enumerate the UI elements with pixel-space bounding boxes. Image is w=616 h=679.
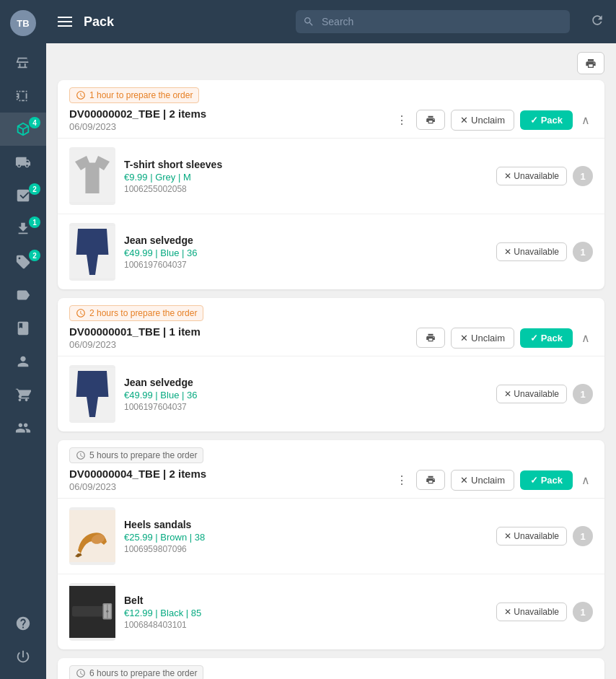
catalog-icon <box>15 320 31 336</box>
product-name-jeans2: Jean selvedge <box>124 377 488 388</box>
clock-icon-2 <box>76 308 86 318</box>
sidebar-item-pack[interactable]: 4 <box>0 113 46 146</box>
order-title-row-1: DV00000002_TBE | 2 items 06/09/2023 ⋮ ✕ … <box>69 108 593 132</box>
product-actions-heels: ✕ Unavailable 1 <box>496 526 593 546</box>
collapse-button-3[interactable]: ∧ <box>578 470 593 490</box>
qty-badge-jeans2: 1 <box>573 384 593 404</box>
order-date-2: 06/09/2023 <box>69 339 416 350</box>
jeans-svg <box>69 223 115 281</box>
sidebar-item-cart[interactable] <box>0 378 46 411</box>
print-button-2[interactable] <box>416 328 445 348</box>
product-attrs-belt: €12.99 | Black | 85 <box>124 608 488 618</box>
pack-badge: 4 <box>29 117 40 128</box>
sidebar-item-power[interactable] <box>0 640 46 673</box>
clock-icon <box>76 90 86 100</box>
time-badge-2: 2 hours to prepare the order <box>69 305 203 321</box>
product-list-1: T-shirt short sleeves €9.99 | Grey | M 1… <box>58 138 604 289</box>
product-details-jeans2: Jean selvedge €49.99 | Blue | 36 1006197… <box>124 377 488 412</box>
header: Pack <box>46 0 616 43</box>
unclaim-button-1[interactable]: ✕ Unclaim <box>451 110 514 131</box>
order-header-2: 2 hours to prepare the order DV00000001_… <box>58 298 604 356</box>
print-button-1[interactable] <box>416 110 445 130</box>
pack-button-3[interactable]: ✓ Pack <box>520 470 573 490</box>
search-input[interactable] <box>296 10 570 33</box>
menu-button[interactable] <box>58 17 72 27</box>
pack-button-2[interactable]: ✓ Pack <box>520 328 573 348</box>
print-button-3[interactable] <box>416 470 445 490</box>
product-list-3: Heels sandals €25.99 | Brown | 38 100695… <box>58 498 604 649</box>
content-area: 1 hour to prepare the order DV00000002_T… <box>46 43 616 679</box>
unavailable-button-jeans1[interactable]: ✕ Unavailable <box>496 242 567 261</box>
unavailable-button-belt[interactable]: ✕ Unavailable <box>496 603 567 621</box>
label-icon <box>15 287 31 303</box>
product-actions-tshirt: ✕ Unavailable 1 <box>496 166 593 186</box>
sidebar-item-store[interactable] <box>0 46 46 79</box>
sidebar-item-scan[interactable] <box>0 79 46 113</box>
product-actions-jeans2: ✕ Unavailable 1 <box>496 384 593 404</box>
top-actions <box>58 52 604 74</box>
sidebar: TB 4 2 1 2 <box>0 0 46 679</box>
sidebar-item-delivery[interactable] <box>0 146 46 179</box>
jeans-svg-2 <box>69 365 115 423</box>
pack-button-1[interactable]: ✓ Pack <box>520 110 573 130</box>
order-actions-2: ✕ Unclaim ✓ Pack ∧ <box>416 328 593 349</box>
time-label-3: 5 hours to prepare the order <box>89 450 197 460</box>
more-options-button-1[interactable]: ⋮ <box>393 110 410 130</box>
unclaim-button-2[interactable]: ✕ Unclaim <box>451 328 514 349</box>
sidebar-item-label[interactable] <box>0 279 46 312</box>
product-row-jeans2: Jean selvedge €49.99 | Blue | 36 1006197… <box>58 356 604 432</box>
collapse-button-2[interactable]: ∧ <box>578 328 593 348</box>
product-row-jeans1: Jean selvedge €49.99 | Blue | 36 1006197… <box>58 214 604 289</box>
refresh-button[interactable] <box>590 13 604 31</box>
more-options-button-3[interactable]: ⋮ <box>393 470 410 490</box>
order-header-3: 5 hours to prepare the order DV00000004_… <box>58 440 604 498</box>
time-label-4: 6 hours to prepare the order <box>89 668 197 678</box>
sidebar-item-team[interactable] <box>0 411 46 444</box>
product-details-tshirt: T-shirt short sleeves €9.99 | Grey | M 1… <box>124 159 488 194</box>
order-date-3: 06/09/2023 <box>69 481 393 492</box>
customer-icon <box>15 354 31 369</box>
time-label-1: 1 hour to prepare the order <box>89 90 193 100</box>
unavailable-button-tshirt[interactable]: ✕ Unavailable <box>496 167 567 185</box>
product-sku-belt: 1006848403101 <box>124 620 488 630</box>
product-details-belt: Belt €12.99 | Black | 85 1006848403101 <box>124 595 488 630</box>
product-attrs-heels: €25.99 | Brown | 38 <box>124 532 488 543</box>
sidebar-item-download[interactable]: 1 <box>0 212 46 245</box>
unavailable-button-heels[interactable]: ✕ Unavailable <box>496 527 567 546</box>
product-sku-jeans2: 1006197604037 <box>124 402 488 412</box>
product-name-belt: Belt <box>124 595 488 606</box>
sidebar-item-orders[interactable]: 2 <box>0 179 46 212</box>
svg-point-13 <box>106 610 108 613</box>
sidebar-item-customer[interactable] <box>0 345 46 378</box>
order-card-3: 5 hours to prepare the order DV00000004_… <box>58 440 604 649</box>
orders-badge: 2 <box>29 183 40 195</box>
order-card-4: 6 hours to prepare the order DV00000003_… <box>58 658 604 679</box>
time-badge-3: 5 hours to prepare the order <box>69 447 203 463</box>
order-info-3: DV00000004_TBE | 2 items 06/09/2023 <box>69 468 393 492</box>
product-sku-jeans1: 1006197604037 <box>124 260 488 270</box>
product-name-tshirt: T-shirt short sleeves <box>124 159 488 170</box>
store-icon <box>15 55 31 71</box>
tags-badge: 2 <box>29 250 40 261</box>
search-icon <box>303 16 314 27</box>
sidebar-item-tags[interactable]: 2 <box>0 245 46 279</box>
avatar[interactable]: TB <box>10 10 36 36</box>
unclaim-button-3[interactable]: ✕ Unclaim <box>451 470 514 491</box>
help-icon <box>15 616 31 631</box>
product-row-belt: Belt €12.99 | Black | 85 1006848403101 ✕… <box>58 574 604 649</box>
order-id-1: DV00000002_TBE | 2 items <box>69 108 393 120</box>
order-header-4: 6 hours to prepare the order DV00000003_… <box>58 658 604 679</box>
sidebar-item-catalog[interactable] <box>0 312 46 345</box>
time-label-2: 2 hours to prepare the order <box>89 308 197 318</box>
product-image-jeans2 <box>69 365 115 423</box>
collapse-button-1[interactable]: ∧ <box>578 110 593 130</box>
global-print-button[interactable] <box>577 52 604 74</box>
belt-svg <box>69 583 115 641</box>
order-card-1: 1 hour to prepare the order DV00000002_T… <box>58 80 604 289</box>
time-badge-4: 6 hours to prepare the order <box>69 665 203 679</box>
order-title-row-3: DV00000004_TBE | 2 items 06/09/2023 ⋮ ✕ … <box>69 468 593 492</box>
order-card-2: 2 hours to prepare the order DV00000001_… <box>58 298 604 432</box>
sidebar-item-help[interactable] <box>0 607 46 640</box>
app-title: Pack <box>84 14 114 30</box>
unavailable-button-jeans2[interactable]: ✕ Unavailable <box>496 385 567 403</box>
